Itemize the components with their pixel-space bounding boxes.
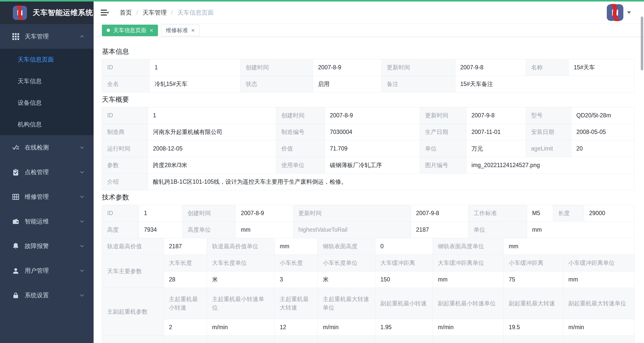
field-value: 2007-9-8 <box>466 107 526 124</box>
sidebar-group[interactable]: 用户管理 <box>0 258 94 283</box>
field-value: 2007-8-9 <box>313 59 382 76</box>
chevron-down-icon <box>79 268 85 274</box>
avatar[interactable] <box>607 4 624 21</box>
field-value: 1 <box>149 59 240 76</box>
field-value: 2007-8-9 <box>236 205 293 222</box>
field-label: 小车缓冲距离单位 <box>563 255 635 271</box>
field-label: 天车主要参数 <box>102 255 164 288</box>
sidebar-group-label: 在线检测 <box>25 143 49 152</box>
field-label: 更新时间 <box>293 205 411 222</box>
field-label: 主起重机最大转速单位 <box>318 288 375 319</box>
sidebar-group-label: 故障报警 <box>25 242 49 250</box>
field-value: 万元 <box>466 140 526 157</box>
tab-label: 天车信息页面 <box>113 27 146 34</box>
lock-icon <box>12 291 20 299</box>
page-scrollbar-thumb[interactable] <box>641 17 643 70</box>
tab[interactable]: 天车信息页面× <box>102 25 158 36</box>
sidebar-group[interactable]: 故障报警 <box>0 234 94 258</box>
close-icon[interactable]: × <box>150 27 153 33</box>
grid-icon <box>12 33 20 40</box>
info-table: ID1创建时间2007-8-9更新时间2007-9-8型号QD20/5t-28m… <box>102 107 635 190</box>
field-value: img_20221124124527.png <box>466 157 634 174</box>
field-label: 大车长度 <box>164 255 207 271</box>
sidebar-group[interactable]: 天车管理 <box>0 24 94 49</box>
field-label: 更新时间 <box>420 107 466 124</box>
breadcrumb-item[interactable]: 天车管理 <box>143 9 167 17</box>
field-value: m/min <box>433 319 504 336</box>
field-value: 2007-9-8 <box>411 205 468 222</box>
breadcrumb: 首页/天车管理/天车信息页面 <box>120 9 214 17</box>
field-label: 大车最小速度 <box>164 336 207 343</box>
field-label: 主起重机最小转速 <box>164 288 207 319</box>
field-label: 钢轨表面高度 <box>318 238 375 255</box>
sidebar-group-label: 点检管理 <box>25 168 49 176</box>
bell-icon <box>12 242 20 250</box>
info-table: 天车主要参数大车长度大车长度单位小车长度小车长度单位大车缓冲距离大车缓冲距离单位… <box>102 255 635 288</box>
field-value: 酸轧跨1B-1C区101-105线，设计为遥控天车主要用于生产废料倒运，检修。 <box>148 174 635 190</box>
field-value: 7934 <box>139 222 183 238</box>
breadcrumb-item[interactable]: 首页 <box>120 9 132 17</box>
field-value: 15#天车备注 <box>455 76 634 92</box>
field-label: 大车最大速度 <box>274 336 317 343</box>
info-table: 轨道最高价值2187轨道最高价值单位mm钢轨表面高度0钢轨表面高度单位mm <box>102 238 635 255</box>
field-value: 20 <box>571 140 635 157</box>
field-label: 副起重机最大转速单位 <box>563 288 635 319</box>
field-value: 2007-9-8 <box>455 59 526 76</box>
field-label: 工作标准 <box>468 205 527 222</box>
sidebar: 天车智能运维系统 天车管理天车信息页面天车信息设备信息机构信息在线检测点检管理维… <box>0 2 94 343</box>
field-value: m/min <box>318 319 375 336</box>
field-label: 单位 <box>468 222 527 238</box>
info-table: ID1创建时间2007-8-9更新时间2007-9-8名称15#天车全名冷轧15… <box>102 59 635 92</box>
tab[interactable]: 维修标准× <box>161 25 199 36</box>
field-label: 小车缓冲距离 <box>504 255 563 271</box>
sidebar-subitem[interactable]: 机构信息 <box>0 114 94 135</box>
tab-bar: 天车信息页面×维修标准× <box>94 24 644 37</box>
sidebar-group[interactable]: 系统设置 <box>0 283 94 308</box>
header-user-area <box>607 4 631 21</box>
active-tab-dot-icon <box>107 29 110 32</box>
info-table: ID1创建时间2007-8-9更新时间2007-9-8工作标准M5长度29000… <box>102 205 635 238</box>
field-label: 创建时间 <box>276 107 325 124</box>
field-label: 创建时间 <box>240 59 313 76</box>
field-value: 2187 <box>164 238 207 255</box>
close-icon[interactable]: × <box>191 27 195 33</box>
field-label: 更新时间 <box>382 59 455 76</box>
field-label: 状态 <box>240 76 313 92</box>
clipboard-check-icon <box>12 168 20 176</box>
content-sections: 基本信息ID1创建时间2007-8-9更新时间2007-9-8名称15#天车全名… <box>94 37 644 343</box>
sidebar-subitem[interactable]: 设备信息 <box>0 92 94 114</box>
sidebar-group[interactable]: 在线检测 <box>0 135 94 160</box>
sidebar-group-label: 系统设置 <box>25 291 49 299</box>
field-value: 2 <box>164 319 207 336</box>
field-label: 主起重机最大转速 <box>274 288 317 319</box>
field-label: 小车最大速度 <box>504 336 563 343</box>
breadcrumb-separator: / <box>171 9 173 16</box>
app-logo-row[interactable]: 天车智能运维系统 <box>0 2 94 24</box>
header: 首页/天车管理/天车信息页面 <box>94 2 644 24</box>
field-label: 副起重机最小转速单位 <box>433 288 504 319</box>
sidebar-group[interactable]: 点检管理 <box>0 160 94 184</box>
field-value: m/min <box>207 319 275 336</box>
caret-down-icon[interactable] <box>627 11 631 14</box>
section-title: 基本信息 <box>102 47 635 56</box>
film-grid-icon <box>12 193 20 201</box>
sidebar-subitem[interactable]: 天车信息 <box>0 70 94 92</box>
field-label: 钢轨表面高度单位 <box>433 238 504 255</box>
field-label: 轨道最高价值单位 <box>207 238 275 255</box>
field-value: 米 <box>318 271 375 288</box>
field-label: 副起重机最小转速 <box>375 288 433 319</box>
field-value: 3 <box>274 271 317 288</box>
sidebar-collapse-icon[interactable] <box>101 9 109 16</box>
sidebar-group[interactable]: 维修管理 <box>0 184 94 209</box>
sidebar-subitem[interactable]: 天车信息页面 <box>0 49 94 70</box>
field-value: 碳钢薄板厂冷轧工序 <box>325 157 420 174</box>
sidebar-group[interactable]: 智能运维 <box>0 209 94 234</box>
field-value: 150 <box>375 271 433 288</box>
section: 技术参数ID1创建时间2007-8-9更新时间2007-9-8工作标准M5长度2… <box>102 193 635 343</box>
field-label: 单位 <box>420 140 466 157</box>
field-label: 主起重机最小转速单位 <box>207 288 275 319</box>
field-value: 2008-12-05 <box>148 140 276 157</box>
field-value: 12 <box>274 319 317 336</box>
field-label: 制造编号 <box>276 124 325 140</box>
field-value: 2007-11-01 <box>466 124 526 140</box>
